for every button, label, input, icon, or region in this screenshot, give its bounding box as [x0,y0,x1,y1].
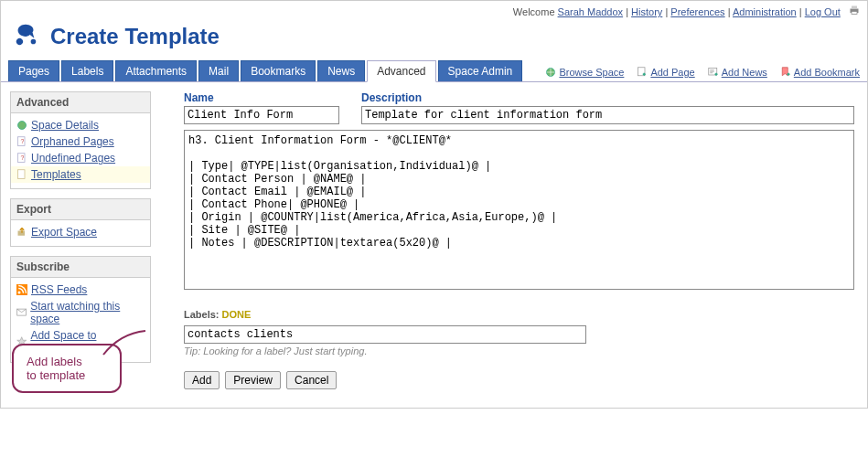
add-button[interactable]: Add [184,371,220,389]
tab-space-admin[interactable]: Space Admin [438,60,523,81]
labels-tip: Tip: Looking for a label? Just start typ… [184,345,854,356]
sidebar-item-watch-space[interactable]: Start watching this space [16,298,145,327]
name-label: Name [184,91,339,104]
svg-rect-1 [852,6,857,9]
export-icon [16,227,27,238]
export-panel: Export Export Space [10,198,151,247]
description-label: Description [361,91,854,104]
bookmark-plus-icon [780,67,791,78]
svg-rect-2 [852,12,857,15]
labels-line: Labels: DONE [184,309,854,320]
svg-rect-12 [18,231,26,236]
advanced-panel-title: Advanced [11,92,150,113]
mail-icon [16,307,27,318]
sidebar-item-templates[interactable]: Templates [11,166,150,183]
tab-labels[interactable]: Labels [61,60,113,81]
name-input[interactable] [184,106,339,124]
sidebar-item-orphaned-pages[interactable]: ? Orphaned Pages [16,133,145,150]
tab-advanced[interactable]: Advanced [367,60,435,82]
export-panel-title: Export [11,199,150,220]
callout-tail-icon [102,329,147,356]
tab-attachments[interactable]: Attachments [115,60,197,81]
globe-icon [16,120,27,131]
log-out-link[interactable]: Log Out [805,6,841,17]
labels-done-link[interactable]: DONE [222,309,252,320]
preview-button[interactable]: Preview [225,371,281,389]
tab-pages[interactable]: Pages [8,60,59,81]
annotation-callout: Add labels to template [12,344,122,393]
main-content: Name Description Labels: DONE Tip: Looki… [156,82,867,408]
tab-mail[interactable]: Mail [198,60,239,81]
page-plus-icon [637,67,648,78]
tab-news[interactable]: News [317,60,365,81]
svg-point-14 [18,292,21,294]
svg-text:?: ? [21,138,25,144]
svg-text:?: ? [21,154,25,161]
sidebar-item-undefined-pages[interactable]: ? Undefined Pages [16,150,145,166]
svg-rect-11 [18,170,26,179]
welcome-text: Welcome Sarah Maddox [513,6,623,17]
tabs-row: Pages Labels Attachments Mail Bookmarks … [1,60,867,82]
header: Create Template [1,19,867,60]
top-meta-bar: Welcome Sarah Maddox | History | Prefere… [1,1,867,19]
globe-icon [545,67,556,78]
add-bookmark-link[interactable]: Add Bookmark [780,67,860,78]
subscribe-panel-title: Subscribe [11,257,150,278]
page-title: Create Template [50,24,220,49]
browse-space-link[interactable]: Browse Space [545,67,624,78]
history-link[interactable]: History [631,6,662,17]
news-plus-icon [708,67,719,78]
svg-point-6 [18,122,27,130]
cancel-button[interactable]: Cancel [286,371,337,389]
advanced-panel: Advanced Space Details ? Orphaned Pages … [10,91,151,189]
labels-input[interactable] [184,325,586,344]
add-news-link[interactable]: Add News [708,67,767,78]
user-link[interactable]: Sarah Maddox [558,6,624,17]
sidebar-item-export-space[interactable]: Export Space [16,224,145,240]
print-icon[interactable] [849,5,860,16]
page-icon [16,169,27,180]
description-input[interactable] [361,106,854,124]
preferences-link[interactable]: Preferences [670,6,724,17]
page-question-icon: ? [16,136,27,147]
template-content-textarea[interactable] [184,130,854,290]
add-page-link[interactable]: Add Page [637,67,694,78]
rss-icon [16,284,27,295]
sidebar-item-rss-feeds[interactable]: RSS Feeds [16,282,145,298]
confluence-logo-icon [12,21,39,51]
tab-bookmarks[interactable]: Bookmarks [241,60,316,81]
sidebar-item-space-details[interactable]: Space Details [16,117,145,133]
administration-link[interactable]: Administration [733,6,797,17]
page-question-icon: ? [16,153,27,164]
